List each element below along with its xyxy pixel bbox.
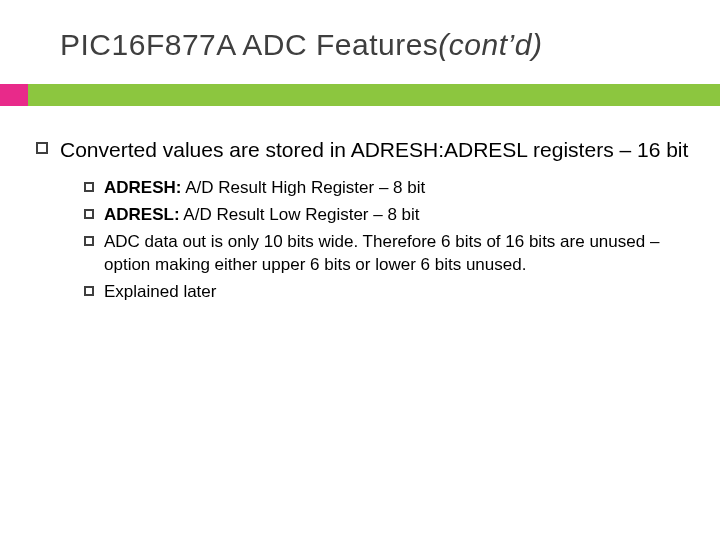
item-rest: A/D Result High Register – 8 bit <box>181 178 425 197</box>
list-item-text: ADC data out is only 10 bits wide. There… <box>104 231 696 277</box>
item-rest: ADC data out is only 10 bits wide. There… <box>104 232 659 274</box>
accent-pink <box>0 84 28 106</box>
slide: PIC16F877A ADC Features(cont’d) Converte… <box>0 0 720 540</box>
accent-bar <box>0 84 720 106</box>
list-item: Converted values are stored in ADRESH:AD… <box>36 136 696 163</box>
title-main: PIC16F877A ADC Features <box>60 28 438 61</box>
item-rest: Explained later <box>104 282 216 301</box>
list-item-text: ADRESH: A/D Result High Register – 8 bit <box>104 177 696 200</box>
square-bullet-icon <box>36 142 48 154</box>
accent-green <box>28 84 720 106</box>
body: Converted values are stored in ADRESH:AD… <box>36 136 696 308</box>
square-bullet-icon <box>84 286 94 296</box>
square-bullet-icon <box>84 209 94 219</box>
bold-label: ADRESH: <box>104 178 181 197</box>
square-bullet-icon <box>84 182 94 192</box>
list-item: ADC data out is only 10 bits wide. There… <box>84 231 696 277</box>
item-rest: A/D Result Low Register – 8 bit <box>180 205 420 224</box>
sublist: ADRESH: A/D Result High Register – 8 bit… <box>84 177 696 304</box>
list-item: ADRESL: A/D Result Low Register – 8 bit <box>84 204 696 227</box>
list-item-text: Explained later <box>104 281 696 304</box>
list-item-text: ADRESL: A/D Result Low Register – 8 bit <box>104 204 696 227</box>
list-item: Explained later <box>84 281 696 304</box>
bold-label: ADRESL: <box>104 205 180 224</box>
slide-title: PIC16F877A ADC Features(cont’d) <box>60 28 542 62</box>
list-item-text: Converted values are stored in ADRESH:AD… <box>60 136 696 163</box>
list-item: ADRESH: A/D Result High Register – 8 bit <box>84 177 696 200</box>
square-bullet-icon <box>84 236 94 246</box>
title-cont: (cont’d) <box>438 28 542 61</box>
